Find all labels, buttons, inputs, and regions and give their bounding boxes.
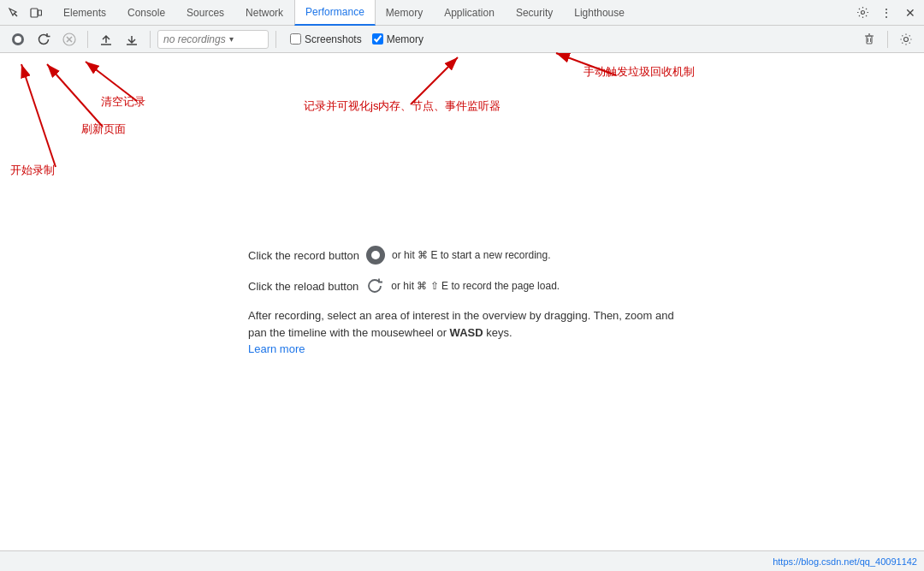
tab-bar-end-icons: ⋮ ✕ [852,3,921,23]
stop-button[interactable] [58,28,80,51]
memory-checkbox[interactable] [372,33,383,45]
tab-bar: Elements Console Sources Network Perform… [0,0,924,26]
after-recording-text: After recording, select an area of inter… [248,307,676,358]
performance-settings-button[interactable] [895,28,917,51]
recording-select-arrow: ▾ [229,34,234,44]
performance-toolbar: no recordings ▾ Screenshots Memory [0,26,924,53]
tab-console[interactable]: Console [117,0,176,26]
screenshots-checkbox-group: Screenshots [290,33,362,45]
svg-point-5 [15,36,21,43]
learn-more-link[interactable]: Learn more [248,342,305,355]
main-content: Click the record button or hit ⌘ E to st… [0,53,924,550]
instruction-record-prefix: Click the record button [248,249,359,262]
inspect-icon[interactable] [3,3,24,23]
tab-network[interactable]: Network [235,0,294,26]
close-icon[interactable]: ✕ [900,3,921,23]
tab-sources[interactable]: Sources [176,0,235,26]
inline-reload-icon [365,277,384,295]
toolbar-divider-3 [275,31,276,48]
instruction-reload-prefix: Click the reload button [248,280,358,293]
instruction-record: Click the record button or hit ⌘ E to st… [248,246,676,265]
instruction-record-suffix: or hit ⌘ E to start a new recording. [392,249,550,261]
reload-button[interactable] [33,28,55,51]
more-icon[interactable]: ⋮ [876,3,897,23]
clear-recordings-button[interactable] [858,28,880,51]
bottom-bar: https://blog.csdn.net/qq_40091142 [0,550,924,571]
recording-placeholder: no recordings [163,33,226,45]
tab-application[interactable]: Application [434,0,506,26]
tab-lighthouse[interactable]: Lighthouse [564,0,636,26]
memory-checkbox-group: Memory [372,33,424,45]
svg-line-0 [15,13,18,16]
instructions-panel: Click the record button or hit ⌘ E to st… [248,246,676,358]
recording-select[interactable]: no recordings ▾ [157,30,269,49]
tab-performance[interactable]: Performance [294,0,376,26]
toolbar-divider-2 [150,31,151,48]
svg-rect-11 [867,36,872,44]
tab-elements[interactable]: Elements [53,0,117,26]
record-dot [371,251,380,259]
toolbar-divider-4 [887,31,888,48]
svg-rect-1 [31,9,38,17]
download-button[interactable] [121,28,143,51]
tab-memory[interactable]: Memory [376,0,434,26]
memory-label[interactable]: Memory [387,33,424,45]
svg-rect-2 [38,10,42,15]
inline-record-icon [366,246,385,265]
instruction-reload-suffix: or hit ⌘ ⇧ E to record the page load. [391,280,560,292]
svg-point-16 [904,37,909,41]
device-mode-icon[interactable] [26,3,46,23]
screenshots-label[interactable]: Screenshots [305,33,362,45]
svg-point-3 [861,11,864,15]
settings-icon[interactable] [852,3,873,23]
record-button[interactable] [7,28,29,51]
tab-bar-icons [3,3,46,23]
page-url: https://blog.csdn.net/qq_40091142 [773,556,917,567]
tab-security[interactable]: Security [506,0,564,26]
toolbar-divider-1 [87,31,88,48]
upload-button[interactable] [95,28,117,51]
screenshots-checkbox[interactable] [290,33,301,45]
instruction-reload: Click the reload button or hit ⌘ ⇧ E to … [248,277,676,295]
